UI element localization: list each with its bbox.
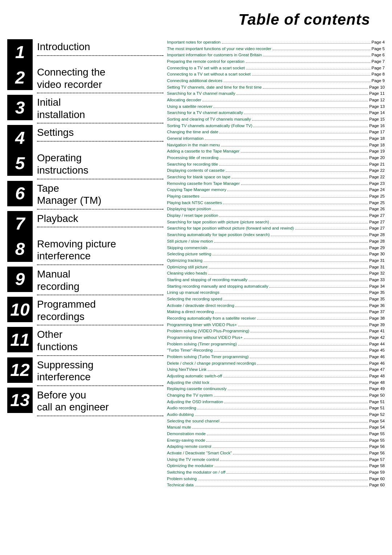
toc-entry: Connecting to a TV set without a scart s… bbox=[167, 71, 385, 77]
toc-entry-page: Page 32 bbox=[369, 270, 385, 276]
toc-entry-text: Connecting to a TV set with a scart sock… bbox=[167, 65, 245, 71]
toc-entry: Displaying tape positionPage 26 bbox=[167, 206, 385, 212]
toc-entry-page: Page 56 bbox=[369, 450, 385, 456]
toc-entry: "Turbo Timer"-RecordingPage 45 bbox=[167, 347, 385, 353]
chapter-row: 6TapeManager (TM) bbox=[7, 181, 163, 211]
toc-entry: Technical dataPage 60 bbox=[167, 482, 385, 488]
toc-entry: Searching for a TV channel manuallyPage … bbox=[167, 90, 385, 97]
toc-entry-page: Page 55 bbox=[369, 431, 385, 437]
toc-entry-dots bbox=[226, 171, 368, 172]
toc-entry: Making a direct recordingPage 37 bbox=[167, 309, 385, 315]
toc-entry-dots bbox=[219, 133, 368, 133]
chapter-number: 8 bbox=[7, 236, 33, 262]
toc-entry-dots bbox=[244, 339, 368, 339]
toc-entry-page: Page 51 bbox=[369, 405, 385, 411]
toc-entry-page: Page 7 bbox=[372, 58, 385, 65]
toc-entry: Important information for customers in G… bbox=[167, 52, 385, 58]
toc-entry-text: Adjusting automatic switch-off bbox=[167, 373, 222, 379]
toc-entry-dots bbox=[198, 480, 368, 480]
toc-entry-dots bbox=[214, 396, 368, 397]
toc-entry-page: Page 39 bbox=[369, 322, 385, 328]
toc-entry: Removing cassette from Tape ManagerPage … bbox=[167, 181, 385, 187]
chapter-divider bbox=[37, 209, 163, 210]
toc-entry-text: Starting and stopping of recording manua… bbox=[167, 277, 248, 283]
toc-entry-dots bbox=[197, 409, 368, 409]
toc-entry-text: Programming timer with VIDEO Plus+ bbox=[167, 322, 237, 328]
toc-entry: Skipping commercialsPage 29 bbox=[167, 245, 385, 251]
toc-entry-page: Page 22 bbox=[369, 167, 385, 174]
toc-entry-text: Recording automatically from a satellite… bbox=[167, 315, 256, 321]
toc-entry-page: Page 22 bbox=[369, 174, 385, 180]
toc-entry-page: Page 54 bbox=[369, 418, 385, 424]
toc-entry-dots bbox=[221, 146, 368, 146]
toc-entry-dots bbox=[232, 178, 368, 178]
toc-entry-page: Page 48 bbox=[369, 380, 385, 386]
toc-entry-dots bbox=[249, 281, 368, 281]
toc-entry-page: Page 48 bbox=[369, 373, 385, 379]
toc-entry-dots bbox=[227, 191, 368, 191]
chapter-number: 2 bbox=[7, 65, 33, 90]
toc-entry-dots bbox=[238, 326, 368, 326]
toc-entry: Important notes for operationPage 4 bbox=[167, 39, 385, 45]
toc-entry-dots bbox=[241, 152, 368, 153]
toc-entry-page: Page 14 bbox=[369, 110, 385, 116]
toc-entry: Optimizing the modulatorPage 58 bbox=[167, 463, 385, 469]
toc-entry-text: Preparing the remote control for operati… bbox=[167, 58, 245, 65]
toc-entry-dots bbox=[224, 403, 368, 403]
toc-entry-text: Important notes for operation bbox=[167, 39, 221, 45]
toc-entry-dots bbox=[221, 422, 368, 422]
toc-entry-text: Displaying tape position bbox=[167, 206, 211, 212]
toc-entry: Using a satellite receiverPage 13 bbox=[167, 104, 385, 110]
toc-entry-text: Selecting picture setting bbox=[167, 251, 211, 257]
toc-entry-text: Manual mute bbox=[167, 424, 191, 430]
toc-entry-dots bbox=[214, 351, 368, 352]
toc-entry-text: Searching for tape position with picture… bbox=[167, 219, 269, 225]
toc-entry-text: Audio dubbing bbox=[167, 412, 194, 418]
toc-entry-dots bbox=[213, 108, 368, 108]
chapter-number: 6 bbox=[7, 181, 33, 206]
toc-entry-dots bbox=[223, 377, 368, 377]
page-title: Table of contents bbox=[0, 0, 392, 36]
toc-entry-text: Cleaning video heads bbox=[167, 270, 207, 276]
toc-entry-dots bbox=[203, 101, 368, 101]
chapter-number: 1 bbox=[7, 39, 33, 65]
toc-entry: Changing the TV systemPage 50 bbox=[167, 392, 385, 398]
chapter-number: 10 bbox=[7, 297, 33, 322]
toc-entry: Delete / check / change programmed recor… bbox=[167, 360, 385, 366]
toc-entry-text: Activate / deactivate direct recording bbox=[167, 303, 234, 309]
toc-entry-page: Page 26 bbox=[369, 206, 385, 212]
chapter-divider bbox=[37, 141, 163, 142]
toc-entry-dots bbox=[253, 127, 368, 127]
chapter-title: Connecting thevideo recorder bbox=[37, 66, 163, 90]
toc-entry-page: Page 15 bbox=[369, 116, 385, 122]
toc-entry: Activate / deactivate direct recordingPa… bbox=[167, 303, 385, 309]
chapter-divider bbox=[37, 264, 163, 265]
toc-entry-dots bbox=[269, 287, 368, 288]
chapter-number: 9 bbox=[7, 267, 33, 292]
toc-entry: The most important functions of your new… bbox=[167, 46, 385, 52]
toc-entry-dots bbox=[192, 428, 368, 429]
toc-entry-text: Playing cassettes bbox=[167, 193, 200, 199]
toc-entry-dots bbox=[252, 120, 368, 121]
toc-entry: Playing cassettesPage 25 bbox=[167, 193, 385, 199]
toc-entry-text: Connecting additional devices bbox=[167, 78, 222, 84]
toc-entry-page: Page 49 bbox=[369, 386, 385, 392]
toc-entry: Processing title of recordingPage 20 bbox=[167, 155, 385, 161]
toc-entry-text: Allocating decoder bbox=[167, 97, 201, 103]
toc-entry-text: "Turbo Timer"-Recording bbox=[167, 347, 213, 353]
toc-entry-text: Programming timer without VIDEO Plus+ bbox=[167, 335, 243, 341]
toc-entry-dots bbox=[220, 461, 368, 461]
toc-entry-page: Page 60 bbox=[369, 482, 385, 488]
toc-entry-text: Using a satellite receiver bbox=[167, 104, 212, 110]
chapter-row: 13Before youcall an engineer bbox=[7, 388, 163, 418]
toc-entry: Adapting remote controlPage 56 bbox=[167, 443, 385, 450]
toc-entry-page: Page 35 bbox=[369, 296, 385, 302]
toc-entry: Sorting and clearing of TV channels manu… bbox=[167, 116, 385, 122]
chapter-number: 3 bbox=[7, 95, 33, 120]
toc-entry-page: Page 27 bbox=[369, 225, 385, 231]
toc-entry-text: Adding a cassette to the Tape Manager bbox=[167, 148, 240, 154]
toc-entry-dots bbox=[205, 139, 368, 140]
toc-entry: Starting recording manually and stopping… bbox=[167, 283, 385, 289]
toc-entry-text: Adjusting the OSD information bbox=[167, 399, 223, 405]
toc-entry-text: Problem solving (Turbo Timer programming… bbox=[167, 354, 249, 360]
